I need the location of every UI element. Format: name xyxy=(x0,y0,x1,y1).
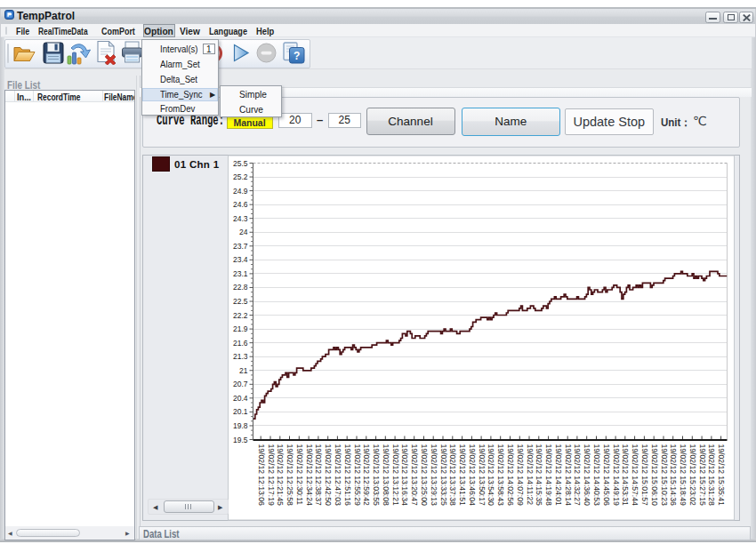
svg-text:19/02/12 15:35:41: 19/02/12 15:35:41 xyxy=(717,444,726,507)
svg-text:19/02/12 15:18:49: 19/02/12 15:18:49 xyxy=(679,444,688,507)
svg-text:19/02/12 15:14:36: 19/02/12 15:14:36 xyxy=(669,444,678,507)
svg-text:21.9: 21.9 xyxy=(233,324,248,333)
svg-text:19/02/12 15:27:15: 19/02/12 15:27:15 xyxy=(698,444,707,507)
svg-text:23.7: 23.7 xyxy=(233,242,248,251)
svg-text:19/02/12 14:24:01: 19/02/12 14:24:01 xyxy=(554,444,563,507)
svg-text:19/02/12 14:57:44: 19/02/12 14:57:44 xyxy=(631,444,639,507)
svg-text:24.9: 24.9 xyxy=(233,187,248,196)
svg-text:23.1: 23.1 xyxy=(233,269,248,278)
svg-text:19/02/12 13:08:08: 19/02/12 13:08:08 xyxy=(382,444,390,507)
svg-text:19/02/12 12:30:11: 19/02/12 12:30:11 xyxy=(295,444,304,506)
svg-text:19/02/12 13:16:34: 19/02/12 13:16:34 xyxy=(400,444,409,507)
svg-text:19/02/12 13:29:13: 19/02/12 13:29:13 xyxy=(430,444,438,507)
svg-text:19/02/12 13:50:17: 19/02/12 13:50:17 xyxy=(478,444,487,507)
svg-text:19/02/12 12:25:58: 19/02/12 12:25:58 xyxy=(286,444,294,507)
svg-text:19/02/12 14:15:35: 19/02/12 14:15:35 xyxy=(535,444,543,507)
svg-text:24.6: 24.6 xyxy=(233,200,248,209)
svg-text:25.2: 25.2 xyxy=(233,172,248,181)
svg-text:19/02/12 14:07:09: 19/02/12 14:07:09 xyxy=(516,444,525,507)
svg-text:19/02/12 14:28:14: 19/02/12 14:28:14 xyxy=(564,444,573,507)
svg-text:19/02/12 12:42:50: 19/02/12 12:42:50 xyxy=(324,444,333,507)
svg-text:19/02/12 15:23:02: 19/02/12 15:23:02 xyxy=(688,444,697,507)
svg-text:?: ? xyxy=(294,49,300,61)
svg-text:19/02/12 12:17:19: 19/02/12 12:17:19 xyxy=(267,444,276,507)
svg-text:19/02/12 13:54:30: 19/02/12 13:54:30 xyxy=(487,444,495,507)
svg-text:19/02/12 13:37:38: 19/02/12 13:37:38 xyxy=(448,444,457,507)
svg-text:22.2: 22.2 xyxy=(233,311,248,320)
svg-text:19/02/12 12:38:37: 19/02/12 12:38:37 xyxy=(314,444,323,507)
svg-text:22.8: 22.8 xyxy=(233,283,248,292)
svg-text:19/02/12 14:40:53: 19/02/12 14:40:53 xyxy=(592,444,601,507)
svg-text:20.7: 20.7 xyxy=(233,380,248,388)
svg-text:19/02/12 13:46:04: 19/02/12 13:46:04 xyxy=(468,444,477,507)
svg-text:21.3: 21.3 xyxy=(233,352,248,361)
svg-text:19/02/12 14:49:19: 19/02/12 14:49:19 xyxy=(612,444,621,507)
svg-text:19/02/12 15:01:57: 19/02/12 15:01:57 xyxy=(640,444,649,507)
svg-text:25.5: 25.5 xyxy=(233,159,248,168)
svg-text:19/02/12 14:19:48: 19/02/12 14:19:48 xyxy=(544,444,553,507)
svg-text:21: 21 xyxy=(239,366,248,375)
svg-text:19.8: 19.8 xyxy=(233,421,248,430)
svg-text:21.6: 21.6 xyxy=(233,339,248,348)
svg-text:19/02/12 14:32:27: 19/02/12 14:32:27 xyxy=(573,444,582,507)
svg-text:19/02/12 12:59:42: 19/02/12 12:59:42 xyxy=(362,444,371,507)
svg-text:19/02/12 14:02:56: 19/02/12 14:02:56 xyxy=(506,444,515,507)
svg-text:19/02/12 13:33:25: 19/02/12 13:33:25 xyxy=(439,444,448,507)
svg-text:24: 24 xyxy=(239,228,248,236)
svg-text:19/02/12 13:25:00: 19/02/12 13:25:00 xyxy=(420,444,429,507)
svg-text:20.1: 20.1 xyxy=(233,407,248,416)
svg-text:19/02/12 14:11:22: 19/02/12 14:11:22 xyxy=(526,444,535,506)
svg-text:19/02/12 15:31:28: 19/02/12 15:31:28 xyxy=(707,444,716,507)
svg-text:24.3: 24.3 xyxy=(233,214,248,223)
svg-text:19/02/12 13:03:55: 19/02/12 13:03:55 xyxy=(372,444,381,507)
svg-text:20.4: 20.4 xyxy=(233,394,248,403)
svg-text:19.5: 19.5 xyxy=(233,436,248,444)
svg-text:22.5: 22.5 xyxy=(233,297,248,306)
svg-text:19/02/12 12:21:45: 19/02/12 12:21:45 xyxy=(276,444,285,507)
svg-text:19/02/12 12:13:06: 19/02/12 12:13:06 xyxy=(257,444,266,507)
svg-text:23.4: 23.4 xyxy=(233,255,248,264)
svg-text:19/02/12 14:45:06: 19/02/12 14:45:06 xyxy=(602,444,611,507)
svg-text:19/02/12 12:47:03: 19/02/12 12:47:03 xyxy=(334,444,342,507)
svg-text:19/02/12 13:58:43: 19/02/12 13:58:43 xyxy=(496,444,505,507)
svg-text:19/02/12 12:34:24: 19/02/12 12:34:24 xyxy=(305,444,314,507)
svg-text:19/02/12 15:06:10: 19/02/12 15:06:10 xyxy=(650,444,659,507)
svg-text:19/02/12 13:12:21: 19/02/12 13:12:21 xyxy=(391,444,400,507)
svg-text:19/02/12 12:55:29: 19/02/12 12:55:29 xyxy=(353,444,362,507)
svg-text:19/02/12 14:36:40: 19/02/12 14:36:40 xyxy=(583,444,591,507)
svg-text:19/02/12 13:41:51: 19/02/12 13:41:51 xyxy=(458,444,467,507)
svg-text:19/02/12 14:53:31: 19/02/12 14:53:31 xyxy=(621,444,630,507)
svg-text:19/02/12 13:20:47: 19/02/12 13:20:47 xyxy=(410,444,419,507)
svg-text:19/02/12 15:10:23: 19/02/12 15:10:23 xyxy=(660,444,669,507)
svg-text:19/02/12 12:51:16: 19/02/12 12:51:16 xyxy=(343,444,352,507)
